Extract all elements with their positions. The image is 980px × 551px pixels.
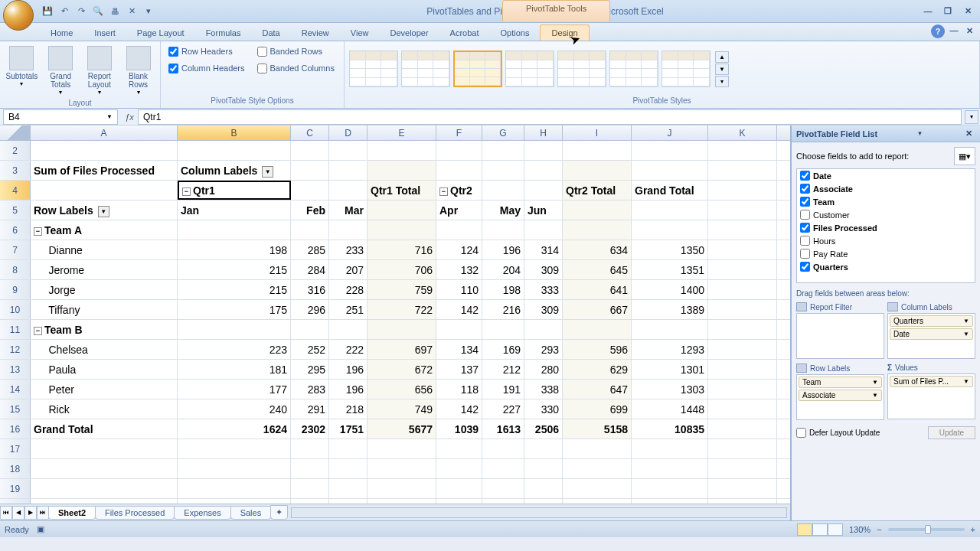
column-labels-zone[interactable]: Quarters▼ Date▼ [887,313,975,359]
cell[interactable]: 196 [329,360,368,379]
cell[interactable] [291,479,329,498]
cell[interactable]: 142 [436,300,482,319]
cell[interactable] [708,240,777,259]
row-header[interactable]: 16 [0,419,31,439]
cell[interactable] [368,141,436,160]
cell[interactable] [708,220,777,240]
page-layout-view-button[interactable] [812,523,828,536]
cell[interactable]: Paula [31,360,178,379]
cell[interactable]: 716 [368,240,436,259]
cell[interactable]: 283 [291,380,329,399]
cell[interactable]: 10835 [632,419,708,439]
tab-acrobat[interactable]: Acrobat [439,25,490,41]
cell[interactable]: 177 [178,380,291,399]
cell[interactable] [178,141,291,160]
cell[interactable] [436,141,482,160]
cell[interactable] [632,201,708,220]
cell[interactable] [291,499,329,504]
row-header[interactable]: 17 [0,439,31,458]
cell[interactable]: 198 [178,240,291,259]
row-header[interactable]: 2 [0,141,31,160]
minimize-button[interactable]: — [919,5,937,18]
cell[interactable]: 216 [482,300,524,319]
row-header[interactable]: 14 [0,380,31,399]
cell[interactable]: 1303 [632,380,708,399]
row-header[interactable]: 8 [0,260,31,279]
row-headers-checkbox[interactable]: Row Headers [164,43,253,60]
cell[interactable]: 284 [291,260,329,279]
cell[interactable] [708,320,777,339]
column-header[interactable]: B [178,126,291,140]
cell[interactable] [708,260,777,279]
cell[interactable]: 222 [329,340,368,359]
cell[interactable]: 110 [436,280,482,299]
row-header[interactable]: 15 [0,399,31,419]
cell[interactable] [632,320,708,339]
cell[interactable] [708,280,777,299]
cell[interactable]: Dianne [31,240,178,259]
cell[interactable] [708,419,777,439]
cell[interactable]: 1751 [329,419,368,439]
cell[interactable] [368,220,436,240]
style-item[interactable] [349,51,398,87]
zone-field-item[interactable]: Team▼ [799,377,882,388]
row-header[interactable]: 18 [0,459,31,478]
cell[interactable]: 1624 [178,419,291,439]
cell[interactable]: Chelsea [31,340,178,359]
cell[interactable] [329,499,368,504]
cell[interactable] [524,439,563,458]
cell[interactable] [708,340,777,359]
cell[interactable]: 134 [436,340,482,359]
column-header[interactable]: G [482,126,524,140]
cell[interactable] [436,499,482,504]
cell[interactable]: Mar [329,201,368,220]
cell[interactable] [31,499,178,504]
field-item[interactable]: Files Processed [797,221,975,234]
save-icon[interactable]: 💾 [40,4,55,19]
gallery-more-button[interactable]: ▾ [715,76,729,87]
cell[interactable]: 667 [563,300,632,319]
maximize-button[interactable]: ❐ [939,5,957,18]
cell[interactable]: 285 [291,240,329,259]
cell[interactable]: 280 [524,360,563,379]
cell[interactable] [291,459,329,478]
cell[interactable]: 722 [368,300,436,319]
cell[interactable] [329,220,368,240]
cell[interactable]: 227 [482,399,524,419]
cell[interactable]: 672 [368,360,436,379]
gallery-up-button[interactable]: ▲ [715,51,729,63]
field-item[interactable]: Hours [797,234,975,247]
row-header[interactable]: 7 [0,240,31,259]
cell[interactable]: 233 [329,240,368,259]
tab-formulas[interactable]: Formulas [195,25,252,41]
cell[interactable] [563,479,632,498]
formula-bar[interactable]: Qtr1 [138,109,962,125]
cell[interactable]: 759 [368,280,436,299]
column-header[interactable]: A [31,126,178,140]
cell[interactable] [524,220,563,240]
cell[interactable]: 309 [524,260,563,279]
gallery-down-button[interactable]: ▼ [715,64,729,75]
cell[interactable] [329,320,368,339]
cell[interactable]: 196 [482,240,524,259]
cell[interactable]: Jun [524,201,563,220]
style-item[interactable] [662,51,710,87]
cell[interactable]: 1400 [632,280,708,299]
tab-review[interactable]: Review [291,25,340,41]
cell[interactable] [482,161,524,180]
tab-options[interactable]: Options [490,25,541,41]
row-header[interactable]: 6 [0,220,31,240]
undo-icon[interactable]: ↶ [57,4,72,19]
tab-design[interactable]: Design [540,24,589,41]
cell[interactable] [563,459,632,478]
cell[interactable]: 641 [563,280,632,299]
cell[interactable] [31,141,178,160]
zone-field-item[interactable]: Associate▼ [799,390,882,401]
cell[interactable]: 228 [329,280,368,299]
cell[interactable]: 596 [563,340,632,359]
cell[interactable]: 338 [524,380,563,399]
row-header[interactable]: 12 [0,340,31,359]
cell[interactable]: Grand Total [632,181,708,200]
field-item[interactable]: Customer [797,208,975,221]
values-zone[interactable]: Sum of Files P...▼ [887,373,975,419]
